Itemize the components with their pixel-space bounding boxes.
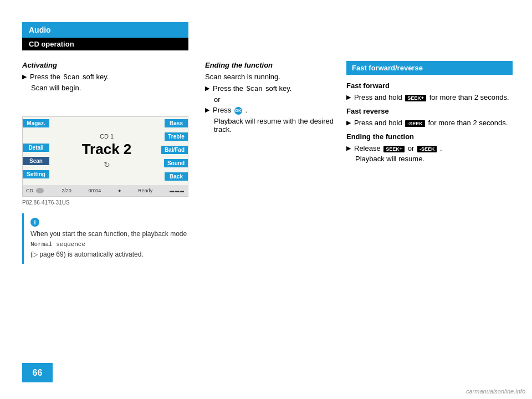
- ok-button: OK: [234, 107, 242, 115]
- end-arrow: ▶: [346, 145, 351, 152]
- btn-sound[interactable]: Sound: [164, 159, 188, 167]
- fast-reverse-title: Fast reverse: [346, 107, 513, 115]
- btn-detail[interactable]: Detail: [23, 144, 49, 152]
- cd-status-bar: CD 2/20 00:04 ● Ready ▬▬▬: [23, 185, 188, 196]
- cd-display: Magaz. Detail Scan Setting Bass Treble B…: [22, 116, 188, 197]
- end-step: ▶ Release SEEK+ or -SEEK .: [346, 144, 513, 152]
- btn-treble[interactable]: Treble: [165, 132, 188, 141]
- cd-center: CD 1 Track 2 ↻: [53, 117, 160, 185]
- bullet-arrow: ▶: [22, 73, 27, 80]
- mid-bullet1: ▶: [205, 85, 209, 92]
- cd-icon: [36, 188, 44, 193]
- ending-function-title: Ending the function: [346, 132, 513, 141]
- mid-indent: Playback will resume with the desired tr…: [214, 117, 338, 134]
- btn-balfad[interactable]: Bal/Fad: [161, 146, 188, 154]
- mid-step1: ▶ Press the Scan soft key.: [205, 84, 338, 93]
- fast-forward-title: Fast forward: [346, 81, 513, 90]
- step1-text: Press the Scan soft key.: [30, 73, 109, 81]
- header-title: Audio: [29, 25, 51, 34]
- or-text: or: [214, 95, 338, 104]
- signal-bars: ▬▬▬: [170, 188, 185, 193]
- status-count: 2/20: [62, 188, 71, 193]
- scan-will-begin: Scan will begin.: [31, 84, 200, 92]
- btn-setting[interactable]: Setting: [23, 170, 49, 178]
- end-indent: Playback will resume.: [355, 155, 513, 163]
- header-bar: Audio: [22, 22, 188, 38]
- end-seek-plus: SEEK+: [383, 146, 405, 152]
- info-icon: i: [30, 218, 39, 227]
- subheader-bar: CD operation: [22, 38, 188, 50]
- seek-plus-btn: SEEK+: [405, 95, 426, 101]
- ff-arrow: ▶: [346, 94, 351, 101]
- scan-running: Scan search is running.: [205, 73, 338, 81]
- btn-scan[interactable]: Scan: [23, 157, 49, 165]
- btn-back[interactable]: Back: [165, 172, 188, 181]
- footer-watermark: carmanualsonline.info: [466, 388, 525, 395]
- ff-step: ▶ Press and hold SEEK+ for more than 2 s…: [346, 93, 513, 101]
- mid-step2: ▶ Press OK .: [205, 106, 338, 115]
- mid-bullet2: ▶: [205, 106, 209, 114]
- refresh-icon: ↻: [104, 160, 110, 169]
- scan-code: Scan: [64, 74, 80, 81]
- seek-minus-btn: -SEEK: [405, 120, 425, 127]
- mid-scan-code: Scan: [247, 85, 263, 93]
- status-ready: Ready: [138, 188, 152, 193]
- status-cd: CD: [26, 188, 45, 194]
- status-time: 00:04: [89, 188, 101, 193]
- track-label: Track 2: [82, 141, 132, 158]
- cd-label: CD 1: [100, 133, 114, 140]
- info-text: When you start the scan function, the pl…: [30, 229, 188, 259]
- fr-step: ▶ Press and hold -SEEK for more than 2 s…: [346, 119, 513, 127]
- cd-display-inner: Magaz. Detail Scan Setting Bass Treble B…: [23, 117, 188, 196]
- right-header: Fast forward/reverse: [346, 61, 513, 75]
- status-dot: ●: [118, 188, 121, 193]
- ending-title: Ending the function: [205, 61, 338, 69]
- img-caption: P82.86-4176-31US: [22, 200, 70, 206]
- fr-arrow: ▶: [346, 119, 351, 126]
- activating-title: Activating: [22, 61, 200, 69]
- step1-item: ▶ Press the Scan soft key.: [22, 73, 200, 81]
- btn-bass[interactable]: Bass: [165, 119, 188, 127]
- left-column: Activating ▶ Press the Scan soft key. Sc…: [22, 61, 200, 96]
- subheader-title: CD operation: [29, 40, 74, 48]
- right-column: Fast forward/reverse Fast forward ▶ Pres…: [346, 61, 513, 166]
- middle-column: Ending the function Scan search is runni…: [205, 61, 338, 138]
- page-number: 66: [22, 363, 53, 382]
- info-box: i When you start the scan function, the …: [22, 213, 194, 264]
- btn-magaz[interactable]: Magaz.: [23, 119, 49, 127]
- info-code: Normal sequence: [30, 241, 85, 248]
- end-seek-minus: -SEEK: [417, 146, 437, 152]
